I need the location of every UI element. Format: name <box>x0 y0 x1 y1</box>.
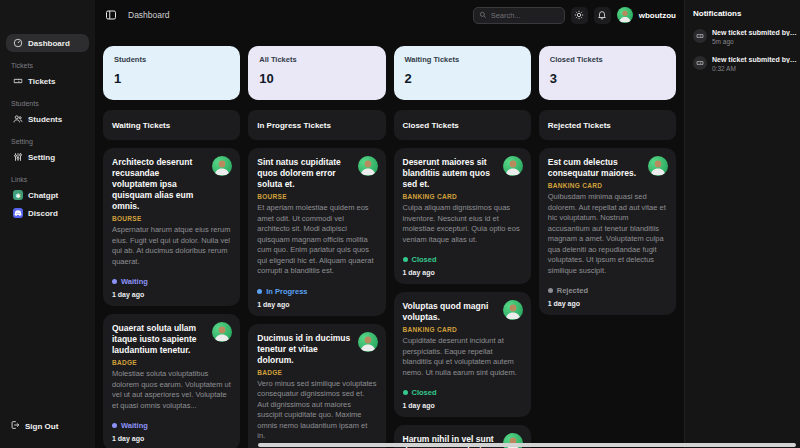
sidebar-section-items: Students <box>0 110 95 128</box>
ticket-description: Cupiditate deserunt incidunt at perspici… <box>403 336 522 378</box>
column-header: Closed Tickets <box>394 110 531 140</box>
notifications-list: New ticket submited by wb... 5m ago New … <box>693 29 792 72</box>
ticket-card[interactable]: Architecto deserunt recusandae voluptate… <box>103 148 240 306</box>
stat-card: Students 1 <box>103 46 240 100</box>
notification-text: New ticket submited by wb... <box>712 29 797 36</box>
ticket-status: Closed <box>403 255 522 264</box>
notification-item[interactable]: New ticket submited by wb... 5m ago <box>693 29 792 45</box>
ticket-description: Quibusdam minima quasi sed dolorem. Aut … <box>548 192 667 276</box>
ticket-badge: BANKING CARD <box>548 182 667 189</box>
ticket-description: Molestiae soluta voluptatibus dolorem qu… <box>112 369 231 411</box>
column-tickets: Sint natus cupiditate quos dolorem error… <box>248 148 385 448</box>
ticket-description: Aspernatur harum atque eius rerum eius. … <box>112 225 231 267</box>
stat-label: Students <box>114 55 229 64</box>
ticket-card[interactable]: Ducimus id in ducimus tenetur et vitae d… <box>248 324 385 448</box>
sidebar-section: Links ✻ Chatgpt Discord <box>0 176 95 222</box>
sidebar-section-label: Setting <box>11 138 95 145</box>
column-header: In Progress Tickets <box>248 110 385 140</box>
page-title: Dashboard <box>128 10 170 20</box>
ticket-card[interactable]: Voluptas quod magni voluptas. BANKING CA… <box>394 292 531 417</box>
ticket-card[interactable]: Quaerat soluta ullam itaque iusto sapien… <box>103 314 240 448</box>
theme-toggle-button[interactable] <box>571 7 588 24</box>
ticket-badge: BANKING CARD <box>403 193 522 200</box>
board-column: Waiting Tickets Architecto deserunt recu… <box>103 110 240 448</box>
ticket-status: Rejected <box>548 286 667 295</box>
board-column: In Progress Tickets Sint natus cupiditat… <box>248 110 385 448</box>
status-dot-icon <box>112 423 117 428</box>
dashboard-icon <box>13 38 23 48</box>
search-box[interactable] <box>473 7 565 24</box>
board-column: Rejected Tickets Est cum delectus conseq… <box>539 110 676 448</box>
ticket-time: 1 day ago <box>548 300 667 307</box>
notification-item[interactable]: New ticket submited by wb... 0:32 AM <box>693 56 792 72</box>
column-tickets: Architecto deserunt recusandae voluptate… <box>103 148 240 448</box>
sidebar-toggle-button[interactable] <box>103 7 119 23</box>
notifications-panel: Notifications New ticket submited by wb.… <box>684 0 800 448</box>
sign-out-button[interactable]: Sign Out <box>10 420 58 432</box>
chatgpt-icon: ✻ <box>13 190 23 200</box>
sidebar-section-label: Students <box>11 100 95 107</box>
stat-card: Closed Tickets 3 <box>539 46 676 100</box>
ticket-author-avatar <box>648 156 668 176</box>
ticket-status: In Progress <box>257 287 376 296</box>
ticket-status-label: Closed <box>412 255 437 264</box>
column-tickets: Deserunt maiores sit blanditiis autem qu… <box>394 148 531 448</box>
sidebar-item-tickets[interactable]: Tickets <box>6 72 89 90</box>
ticket-time: 1 day ago <box>403 402 522 409</box>
app-window: Dashboard Tickets Tickets Students Stude… <box>0 0 800 448</box>
sidebar-section: Students Students <box>0 100 95 128</box>
ticket-card[interactable]: Deserunt maiores sit blanditiis autem qu… <box>394 148 531 284</box>
status-dot-icon <box>403 390 408 395</box>
column-tickets: Est cum delectus consequatur maiores. BA… <box>539 148 676 315</box>
ticket-card[interactable]: Est cum delectus consequatur maiores. BA… <box>539 148 676 315</box>
sign-out-icon <box>10 420 20 432</box>
stat-value: 2 <box>405 71 520 86</box>
sidebar-section-items: Tickets <box>0 72 95 90</box>
students-icon <box>13 114 23 124</box>
column-header: Waiting Tickets <box>103 110 240 140</box>
ticket-time: 1 day ago <box>257 301 376 308</box>
sidebar-item-label: Setting <box>28 153 55 162</box>
ticket-status-label: In Progress <box>266 287 307 296</box>
status-dot-icon <box>257 289 262 294</box>
sidebar-item-discord[interactable]: Discord <box>6 204 89 222</box>
ticket-author-avatar <box>503 156 523 176</box>
ticket-description: Vero minus sed similique voluptates cons… <box>257 379 376 442</box>
notifications-title: Notifications <box>693 9 792 18</box>
bell-icon <box>597 10 607 20</box>
topbar: Dashboard wboutzou <box>103 0 676 30</box>
main-area: Dashboard wboutzou <box>95 0 684 448</box>
sidebar-item-label: Discord <box>28 209 58 218</box>
sidebar-item-label: Students <box>28 115 62 124</box>
sidebar-item-label: Tickets <box>28 77 55 86</box>
sidebar-item-dashboard[interactable]: Dashboard <box>6 34 89 52</box>
ticket-badge: BADGE <box>257 369 376 376</box>
status-dot-icon <box>548 288 553 293</box>
sidebar-item-students[interactable]: Students <box>6 110 89 128</box>
sidebar-section-label: Tickets <box>11 62 95 69</box>
ticket-description: Culpa aliquam dignissimos quas inventore… <box>403 203 522 245</box>
horizontal-scrollbar[interactable] <box>258 443 796 447</box>
notification-time: 0:32 AM <box>712 65 797 72</box>
user-avatar[interactable] <box>617 7 633 23</box>
ticket-badge: BOURSE <box>112 215 231 222</box>
stat-card: All Tickets 10 <box>248 46 385 100</box>
discord-icon <box>13 208 23 218</box>
stats-row: Students 1 All Tickets 10 Waiting Ticket… <box>103 46 676 100</box>
sidebar-item-chatgpt[interactable]: ✻ Chatgpt <box>6 186 89 204</box>
search-input[interactable] <box>491 11 559 20</box>
ticket-time: 1 day ago <box>112 291 231 298</box>
sidebar-item-setting[interactable]: Setting <box>6 148 89 166</box>
ticket-author-avatar <box>358 156 378 176</box>
ticket-status-label: Waiting <box>121 421 148 430</box>
stat-label: Closed Tickets <box>550 55 665 64</box>
ticket-badge: BOURSE <box>257 193 376 200</box>
sidebar: Dashboard Tickets Tickets Students Stude… <box>0 0 95 448</box>
ticket-badge: BADGE <box>112 359 231 366</box>
board-column: Closed Tickets Deserunt maiores sit blan… <box>394 110 531 448</box>
ticket-time: 1 day ago <box>403 269 522 276</box>
sidebar-sections: Tickets Tickets Students Students Settin… <box>0 62 95 222</box>
ticket-author-avatar <box>358 332 378 352</box>
notifications-button[interactable] <box>594 7 611 24</box>
ticket-card[interactable]: Sint natus cupiditate quos dolorem error… <box>248 148 385 316</box>
